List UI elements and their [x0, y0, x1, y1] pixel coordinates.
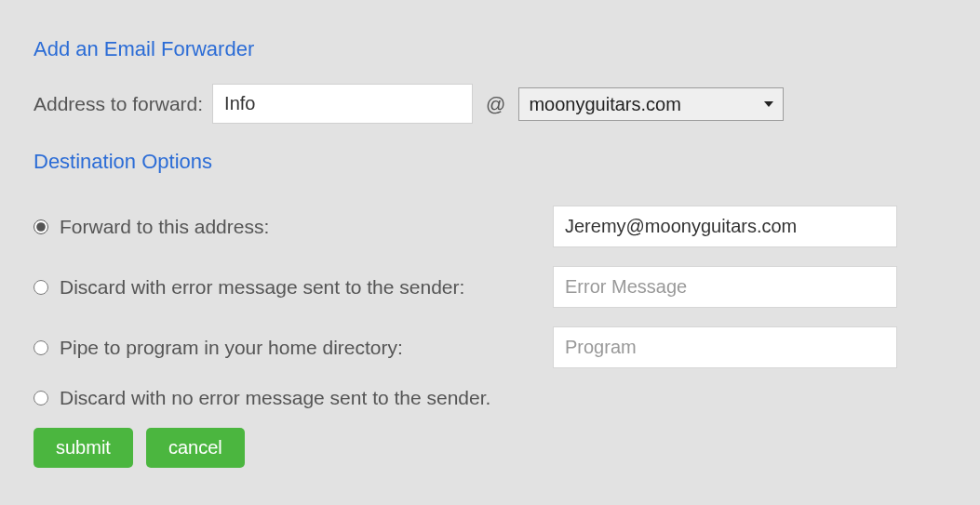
- option-pipe-row: Pipe to program in your home directory:: [34, 326, 897, 368]
- main-heading: Add an Email Forwarder: [34, 37, 946, 61]
- discard-error-label: Discard with error message sent to the s…: [60, 276, 553, 299]
- destination-heading: Destination Options: [34, 150, 946, 174]
- option-discard-silent-row: Discard with no error message sent to th…: [34, 387, 897, 409]
- address-label: Address to forward:: [34, 93, 203, 115]
- domain-select[interactable]: moonyguitars.com: [518, 87, 784, 121]
- option-forward-row: Forward to this address:: [34, 206, 897, 247]
- pipe-label: Pipe to program in your home directory:: [60, 337, 553, 359]
- discard-silent-radio[interactable]: [34, 391, 48, 405]
- submit-button[interactable]: submit: [34, 428, 133, 468]
- option-discard-error-row: Discard with error message sent to the s…: [34, 266, 897, 308]
- program-input[interactable]: [553, 326, 897, 368]
- button-row: submit cancel: [34, 428, 946, 468]
- address-row: Address to forward: @ moonyguitars.com: [34, 84, 946, 124]
- forward-address-input[interactable]: [553, 206, 897, 247]
- forward-label: Forward to this address:: [60, 216, 553, 238]
- address-input[interactable]: [212, 84, 473, 124]
- forward-radio[interactable]: [34, 219, 48, 234]
- error-message-input[interactable]: [553, 266, 897, 308]
- at-symbol: @: [482, 93, 509, 115]
- discard-silent-label: Discard with no error message sent to th…: [60, 387, 897, 409]
- cancel-button[interactable]: cancel: [146, 428, 245, 468]
- email-forwarder-panel: Add an Email Forwarder Address to forwar…: [0, 0, 980, 505]
- discard-error-radio[interactable]: [34, 280, 48, 295]
- pipe-radio[interactable]: [34, 340, 48, 355]
